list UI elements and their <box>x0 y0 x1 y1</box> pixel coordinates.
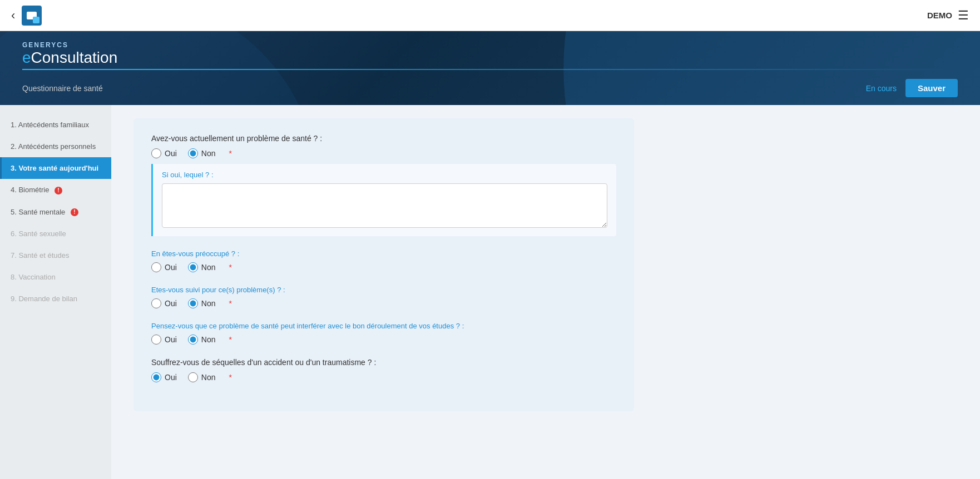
title-underline <box>22 69 958 70</box>
menu-button[interactable]: ☰ <box>958 9 969 22</box>
questionnaire-label: Questionnaire de santé <box>22 84 103 93</box>
header-bottom-row: Questionnaire de santé En cours Sauver <box>22 79 958 105</box>
radio-non-q3[interactable]: Non <box>188 298 216 308</box>
required-star-q1: * <box>229 149 231 158</box>
radio-group-q2: Oui Non * <box>151 262 616 272</box>
question-block-q4: Pensez-vous que ce problème de santé peu… <box>151 322 616 345</box>
radio-oui-q3[interactable]: Oui <box>151 298 177 308</box>
radio-group-q5: Oui Non * <box>151 372 616 382</box>
radio-non-q4[interactable]: Non <box>188 335 216 345</box>
sidebar: 1. Antécédents familiaux 2. Antécédents … <box>0 105 111 479</box>
required-star-q2: * <box>229 263 231 272</box>
question-block-q1: Avez-vous actuellement un problème de sa… <box>151 134 616 236</box>
radio-input-non-q1[interactable] <box>188 148 198 158</box>
demo-label: DEMO <box>927 11 952 20</box>
biometrie-error-dot: ! <box>55 187 62 194</box>
header-banner: GENERYCS eConsultation Questionnaire de … <box>0 31 980 105</box>
sidebar-item-demande-bilan: 9. Demande de bilan <box>0 288 111 310</box>
header-actions: En cours Sauver <box>866 79 958 97</box>
top-bar-right: DEMO ☰ <box>927 9 969 22</box>
radio-input-oui-q1[interactable] <box>151 148 161 158</box>
radio-input-non-q5[interactable] <box>188 372 198 382</box>
sidebar-item-sante-sexuelle: 6. Santé sexuelle <box>0 223 111 245</box>
content-area: Avez-vous actuellement un problème de sa… <box>111 105 980 479</box>
question-block-q5: Souffrez-vous de séquelles d'un accident… <box>151 358 616 382</box>
app-title-rest: Consultation <box>31 49 118 66</box>
radio-oui-q5[interactable]: Oui <box>151 372 177 382</box>
radio-input-non-q4[interactable] <box>188 335 198 345</box>
radio-non-q1[interactable]: Non <box>188 148 216 158</box>
radio-input-non-q2[interactable] <box>188 262 198 272</box>
radio-input-oui-q4[interactable] <box>151 335 161 345</box>
required-star-q4: * <box>229 335 231 344</box>
top-bar: ‹ DEMO ☰ <box>0 0 980 31</box>
radio-non-q2[interactable]: Non <box>188 262 216 272</box>
sub-section-q1: Si oui, lequel ? : <box>151 164 616 236</box>
sidebar-item-biometrie[interactable]: 4. Biométrie ! <box>0 179 111 201</box>
status-label: En cours <box>866 84 897 93</box>
question-block-q2: En êtes-vous préoccupé ? : Oui Non * <box>151 250 616 272</box>
radio-oui-q2[interactable]: Oui <box>151 262 177 272</box>
form-card: Avez-vous actuellement un problème de sa… <box>133 118 634 411</box>
save-button[interactable]: Sauver <box>905 79 958 97</box>
radio-input-oui-q2[interactable] <box>151 262 161 272</box>
top-bar-left: ‹ <box>11 6 42 26</box>
radio-group-q3: Oui Non * <box>151 298 616 308</box>
radio-oui-q4[interactable]: Oui <box>151 335 177 345</box>
radio-group-q4: Oui Non * <box>151 335 616 345</box>
app-icon <box>22 6 42 26</box>
sidebar-item-sante-mentale[interactable]: 5. Santé mentale ! <box>0 201 111 223</box>
sante-mentale-error-dot: ! <box>71 208 78 216</box>
required-star-q5: * <box>229 373 231 382</box>
radio-group-q1: Oui Non * <box>151 148 616 158</box>
app-icon-overlay <box>33 17 39 23</box>
sidebar-item-sante-etudes: 7. Santé et études <box>0 245 111 266</box>
question-text-q2: En êtes-vous préoccupé ? : <box>151 250 616 258</box>
back-button[interactable]: ‹ <box>11 9 15 22</box>
radio-input-oui-q3[interactable] <box>151 298 161 308</box>
brand-name: GENERYCS <box>22 41 958 49</box>
sidebar-item-votre-sante[interactable]: 3. Votre santé aujourd'hui <box>0 157 111 179</box>
radio-oui-q1[interactable]: Oui <box>151 148 177 158</box>
question-block-q3: Etes-vous suivi pour ce(s) problème(s) ?… <box>151 286 616 308</box>
question-text-q5: Souffrez-vous de séquelles d'un accident… <box>151 358 616 367</box>
app-title-e: e <box>22 49 31 66</box>
required-star-q3: * <box>229 299 231 308</box>
radio-non-q5[interactable]: Non <box>188 372 216 382</box>
radio-input-non-q3[interactable] <box>188 298 198 308</box>
question-text-q4: Pensez-vous que ce problème de santé peu… <box>151 322 616 330</box>
question-text-q3: Etes-vous suivi pour ce(s) problème(s) ?… <box>151 286 616 294</box>
sub-textarea-q1[interactable] <box>162 183 607 228</box>
question-text-q1: Avez-vous actuellement un problème de sa… <box>151 134 616 143</box>
sidebar-item-vaccination: 8. Vaccination <box>0 266 111 288</box>
sidebar-item-antecedents-familiaux[interactable]: 1. Antécédents familiaux <box>0 114 111 136</box>
radio-input-oui-q5[interactable] <box>151 372 161 382</box>
main-layout: 1. Antécédents familiaux 2. Antécédents … <box>0 105 980 479</box>
sub-question-label-q1: Si oui, lequel ? : <box>162 171 607 179</box>
app-title: eConsultation <box>22 49 958 67</box>
sidebar-item-antecedents-personnels[interactable]: 2. Antécédents personnels <box>0 136 111 157</box>
